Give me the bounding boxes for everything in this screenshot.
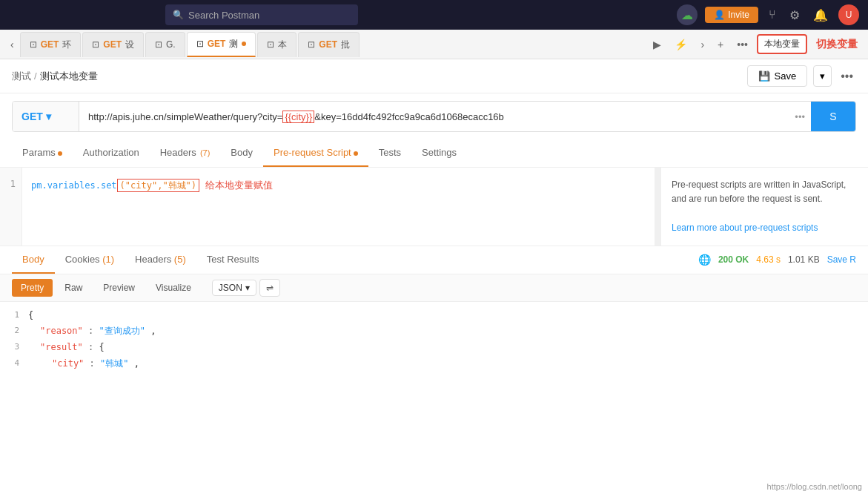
body-tab-visualize[interactable]: Visualize (147, 279, 200, 297)
tab-authorization[interactable]: Authorization (73, 139, 150, 167)
tab-set-icon: ⊡ (92, 39, 99, 50)
code-line-1: pm.variables.set("city","韩城")给本地变量赋值 (31, 177, 646, 194)
local-var-button[interactable]: 本地变量 (757, 34, 807, 54)
code-function: pm.variables.set (31, 180, 117, 191)
script-editor: 1 pm.variables.set("city","韩城")给本地变量赋值 (0, 168, 660, 246)
method-chevron-icon: ▾ (46, 111, 51, 122)
response-section: Body Cookies (1) Headers (5) Test Result… (0, 246, 868, 378)
save-response-button[interactable]: Save R (827, 254, 856, 265)
tab-g[interactable]: ⊡ G. (145, 32, 185, 57)
tab-test-dot (242, 42, 246, 46)
status-badge: 200 OK (718, 254, 749, 265)
save-dropdown-button[interactable]: ▾ (813, 65, 832, 87)
resp-tab-body[interactable]: Body (12, 246, 55, 274)
response-tabs: Body Cookies (1) Headers (5) Test Result… (0, 246, 868, 274)
body-tab-raw[interactable]: Raw (56, 279, 91, 297)
search-icon: 🔍 (173, 10, 184, 20)
breadcrumb-separator: / (34, 70, 37, 82)
top-bar: 🔍 Search Postman ☁ 👤 Invite ⑂ ⚙ 🔔 U (0, 0, 868, 30)
json-line-2: 2 "reason" : "查询成功" , (0, 323, 868, 340)
top-right-actions: ☁ 👤 Invite ⑂ ⚙ 🔔 U (677, 4, 859, 25)
resp-tab-cookies[interactable]: Cookies (1) (55, 246, 125, 274)
runner-icon[interactable]: ⚡ (670, 36, 692, 53)
resp-meta: 🌐 200 OK 4.63 s 1.01 KB Save R (698, 254, 856, 266)
url-before: http://apis.juhe.cn/simpleWeather/query?… (88, 111, 282, 122)
resp-tab-headers[interactable]: Headers (5) (125, 246, 196, 274)
tab-test[interactable]: ⊡ GET 测 (187, 32, 256, 57)
resp-tab-test-results[interactable]: Test Results (196, 246, 270, 274)
params-dot (58, 151, 62, 156)
body-tab-pretty[interactable]: Pretty (12, 279, 53, 297)
tab-headers[interactable]: Headers (7) (150, 139, 221, 167)
tab-pi-icon: ⊡ (308, 39, 315, 50)
code-content[interactable]: pm.variables.set("city","韩城")给本地变量赋值 (22, 168, 655, 246)
tab-body[interactable]: Body (220, 139, 263, 167)
url-input[interactable]: http://apis.juhe.cn/simpleWeather/query?… (79, 102, 789, 131)
sync-icon[interactable]: ☁ (677, 4, 698, 25)
method-select[interactable]: GET ▾ (13, 102, 79, 131)
url-more-icon[interactable]: ••• (789, 111, 811, 122)
invite-icon: 👤 (714, 10, 725, 20)
tab-ben-icon: ⊡ (267, 39, 274, 50)
request-tabs: Params Authorization Headers (7) Body Pr… (0, 139, 868, 168)
search-box[interactable]: 🔍 Search Postman (165, 4, 358, 25)
breadcrumb: 测试 / 测试本地变量 (12, 70, 98, 83)
json-viewer: 1 { 2 "reason" : "查询成功" , 3 "result" : {… (0, 302, 868, 378)
script-area: 1 pm.variables.set("city","韩城")给本地变量赋值 P… (0, 168, 868, 246)
invite-button[interactable]: 👤 Invite (705, 7, 758, 23)
method-label: GET (21, 111, 43, 122)
script-help: Pre-request scripts are written in JavaS… (660, 168, 868, 246)
url-highlight: {{city}} (282, 111, 314, 123)
format-select[interactable]: JSON ▾ (212, 280, 256, 296)
save-icon: 💾 (758, 70, 770, 82)
format-label: JSON (219, 283, 242, 293)
wrap-button[interactable]: ⇌ (259, 279, 280, 297)
tab-prerequest[interactable]: Pre-request Script (263, 139, 368, 167)
body-tab-preview[interactable]: Preview (94, 279, 144, 297)
more-tabs-icon[interactable]: ••• (732, 36, 752, 53)
breadcrumb-current: 测试本地变量 (40, 70, 98, 83)
script-help-link[interactable]: Learn more about pre-request scripts (672, 223, 818, 233)
tab-tests[interactable]: Tests (368, 139, 411, 167)
request-header: 测试 / 测试本地变量 💾 Save ▾ ••• (0, 59, 868, 93)
response-time: 4.63 s (756, 254, 781, 265)
avatar[interactable]: U (838, 4, 859, 25)
send-button[interactable]: S (811, 102, 855, 131)
add-tab-icon[interactable]: + (713, 36, 728, 53)
url-bar: GET ▾ http://apis.juhe.cn/simpleWeather/… (12, 101, 856, 132)
code-comment: 给本地变量赋值 (205, 180, 273, 191)
search-text: Search Postman (188, 10, 259, 21)
line-number-1: 1 (6, 177, 16, 193)
more-options-button[interactable]: ••• (838, 67, 856, 86)
globe-icon: 🌐 (698, 254, 711, 266)
tab-ben[interactable]: ⊡ 本 (257, 32, 296, 57)
tab-pi[interactable]: ⊡ GET 批 (298, 32, 360, 57)
header-actions: 💾 Save ▾ ••• (747, 65, 856, 87)
prerequest-dot (354, 151, 358, 156)
code-args: ("city","韩城") (117, 179, 199, 192)
drag-handle[interactable] (655, 168, 660, 246)
tab-set[interactable]: ⊡ GET 设 (82, 32, 144, 57)
play-icon[interactable]: ▶ (649, 36, 666, 53)
tab-settings[interactable]: Settings (411, 139, 467, 167)
tab-params[interactable]: Params (12, 139, 73, 167)
breadcrumb-parent: 测试 (12, 70, 31, 83)
script-help-text: Pre-request scripts are written in JavaS… (672, 178, 858, 206)
line-numbers: 1 (0, 168, 22, 246)
fork-icon[interactable]: ⑂ (766, 5, 779, 24)
tab-g-icon: ⊡ (155, 39, 162, 50)
tab-env[interactable]: ⊡ GET 环 (20, 32, 82, 57)
tab-test-icon: ⊡ (196, 39, 204, 49)
format-chevron-icon: ▾ (245, 283, 250, 293)
body-toolbar: Pretty Raw Preview Visualize JSON ▾ ⇌ (0, 274, 868, 302)
forward-icon[interactable]: › (696, 36, 709, 53)
json-line-4: 4 "city" : "韩城" , (0, 356, 868, 372)
tab-actions: ▶ ⚡ › + ••• 本地变量 切换变量 (649, 34, 862, 54)
bell-icon[interactable]: 🔔 (810, 5, 831, 25)
gear-icon[interactable]: ⚙ (786, 5, 803, 25)
response-size: 1.01 KB (788, 254, 820, 265)
switch-var-button[interactable]: 切换变量 (812, 36, 862, 53)
url-after: &key=16dd4fc492fcc9a9ca6d1068ecacc16b (314, 111, 504, 122)
save-button[interactable]: 💾 Save (747, 65, 808, 87)
back-button[interactable]: ‹ (6, 36, 19, 53)
